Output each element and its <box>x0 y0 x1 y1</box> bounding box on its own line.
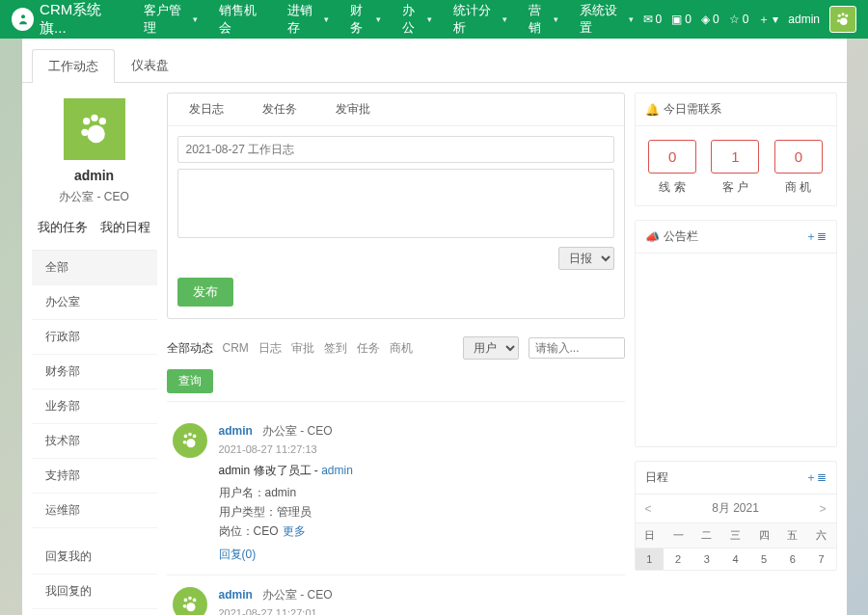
svg-point-12 <box>188 433 192 437</box>
cal-month: 8月 2021 <box>712 500 759 517</box>
compose-tab-approval[interactable]: 发审批 <box>336 101 370 118</box>
publish-button[interactable]: 发布 <box>177 278 233 307</box>
feed-avatar <box>173 423 207 458</box>
add-button[interactable]: ＋▾ <box>758 12 778 28</box>
compose-panel: 发日志 发任务 发审批 日报 发布 <box>167 93 625 319</box>
cal-prev[interactable]: < <box>645 502 652 516</box>
sidebar-item-admin[interactable]: 行政部 <box>32 320 157 355</box>
feed-meta: 用户类型：管理员 <box>219 504 619 521</box>
feed-item: admin办公室 - CEO 2021-08-27 11:27:01 admin… <box>167 575 625 615</box>
compose-title-input[interactable] <box>177 136 614 163</box>
diamond-indicator[interactable]: ◈0 <box>701 13 719 26</box>
schedule-panel: 日程 ＋≣ < 8月 2021 > 日一二三四五六 1234567 <box>635 461 837 571</box>
avatar-large <box>64 98 125 160</box>
svg-point-8 <box>98 118 105 124</box>
feed-user-link[interactable]: admin <box>219 588 253 602</box>
filter-log[interactable]: 日志 <box>258 340 282 357</box>
avatar-small[interactable] <box>829 6 856 33</box>
cal-day[interactable]: 1 <box>636 548 665 571</box>
star-indicator[interactable]: ☆0 <box>729 13 749 26</box>
dept-list: 全部 办公室 行政部 财务部 业务部 技术部 支持部 运维部 回复我的 我回复的 <box>32 250 157 609</box>
filter-task[interactable]: 任务 <box>357 340 380 357</box>
sidebar-item-all[interactable]: 全部 <box>32 251 157 285</box>
cal-next[interactable]: > <box>819 502 826 516</box>
my-tasks-link[interactable]: 我的任务 <box>38 219 88 236</box>
feed-user-role: 办公室 - CEO <box>262 424 333 438</box>
star-icon: ☆ <box>729 13 740 26</box>
query-button[interactable]: 查询 <box>167 369 213 393</box>
feed-list: admin办公室 - CEO 2021-08-27 11:27:13 admin… <box>167 412 625 615</box>
bulletin-actions[interactable]: ＋≣ <box>805 228 827 245</box>
sidebar-item-support[interactable]: 支持部 <box>32 459 157 494</box>
feed-user-role: 办公室 - CEO <box>262 588 333 602</box>
top-nav: CRM系统旗... 客户管理▾ 销售机会 进销存▾ 财务▾ 办公▾ 统计分析▾ … <box>0 0 868 39</box>
tab-dashboard[interactable]: 仪表盘 <box>115 48 185 82</box>
more-link[interactable]: 更多 <box>283 524 306 538</box>
my-schedule-link[interactable]: 我的日程 <box>100 219 150 236</box>
sidebar-item-my-reply[interactable]: 我回复的 <box>32 575 157 609</box>
cal-day[interactable]: 4 <box>721 548 750 571</box>
nav-settings[interactable]: 系统设置▾ <box>570 0 643 46</box>
brand-wrap[interactable]: CRM系统旗... <box>12 1 124 38</box>
filter-opp[interactable]: 商机 <box>390 340 413 357</box>
svg-point-5 <box>840 18 848 26</box>
filter-checkin[interactable]: 签到 <box>324 340 347 357</box>
chevron-down-icon: ▾ <box>324 14 329 24</box>
chat-indicator[interactable]: ▣0 <box>671 13 692 26</box>
nav-inventory[interactable]: 进销存▾ <box>278 0 339 46</box>
svg-point-16 <box>183 599 187 602</box>
feed-user-link[interactable]: admin <box>219 424 253 438</box>
svg-point-17 <box>188 597 192 601</box>
nav-marketing[interactable]: 营销▾ <box>519 0 568 46</box>
feed-timestamp: 2021-08-27 11:27:01 <box>219 607 619 615</box>
nav-office[interactable]: 办公▾ <box>393 0 442 46</box>
cal-dow: 四 <box>749 523 778 548</box>
cal-day[interactable]: 7 <box>807 548 836 571</box>
sidebar-item-tech[interactable]: 技术部 <box>32 424 157 459</box>
svg-point-13 <box>192 435 196 439</box>
profile-name: admin <box>32 168 157 183</box>
nav-stats[interactable]: 统计分析▾ <box>444 0 517 46</box>
compose-body-input[interactable] <box>177 169 614 238</box>
compose-tab-task[interactable]: 发任务 <box>262 101 297 118</box>
profile-role: 办公室 - CEO <box>32 189 157 205</box>
mail-indicator[interactable]: ✉0 <box>643 13 663 26</box>
nav-sales[interactable]: 销售机会 <box>209 0 276 46</box>
cal-day[interactable]: 5 <box>749 548 778 571</box>
contact-customers[interactable]: 1 客 户 <box>711 140 759 196</box>
reply-link[interactable]: 回复(0) <box>219 547 257 563</box>
feed-target-link[interactable]: admin <box>321 464 353 477</box>
sidebar-item-office[interactable]: 办公室 <box>32 285 157 320</box>
contact-leads[interactable]: 0 线 索 <box>648 140 696 196</box>
user-select[interactable]: 用户 <box>463 336 519 360</box>
cal-day[interactable]: 2 <box>664 548 692 571</box>
schedule-actions[interactable]: ＋≣ <box>805 469 827 486</box>
cal-day[interactable]: 3 <box>692 548 721 571</box>
megaphone-icon: 📣 <box>645 230 660 244</box>
brand-text: CRM系统旗... <box>40 1 124 38</box>
report-type-select[interactable]: 日报 <box>558 247 614 270</box>
filter-crm[interactable]: CRM <box>223 341 249 355</box>
sidebar-item-reply-me[interactable]: 回复我的 <box>32 540 157 575</box>
filter-all[interactable]: 全部动态 <box>167 340 213 357</box>
panel-title: 今日需联系 <box>664 101 721 118</box>
nav-finance[interactable]: 财务▾ <box>340 0 390 46</box>
tab-activity[interactable]: 工作动态 <box>32 49 115 83</box>
chevron-down-icon: ▾ <box>773 13 778 26</box>
today-contact-panel: 🔔今日需联系 0 线 索 1 客 户 0 商 机 <box>635 93 837 206</box>
cal-day[interactable]: 6 <box>778 548 807 571</box>
feed-timestamp: 2021-08-27 11:27:13 <box>219 443 619 455</box>
filter-approval[interactable]: 审批 <box>291 340 314 357</box>
search-input[interactable] <box>529 337 625 359</box>
user-menu[interactable]: admin <box>788 13 820 26</box>
contact-opps[interactable]: 0 商 机 <box>774 140 823 196</box>
sidebar-item-ops[interactable]: 运维部 <box>32 494 157 528</box>
compose-tab-log[interactable]: 发日志 <box>189 101 224 118</box>
sidebar-item-finance[interactable]: 财务部 <box>32 355 157 389</box>
cal-dow: 二 <box>692 523 721 548</box>
diamond-icon: ◈ <box>701 13 710 26</box>
svg-point-20 <box>186 602 195 611</box>
nav-customers[interactable]: 客户管理▾ <box>134 0 207 46</box>
chat-icon: ▣ <box>671 13 682 26</box>
sidebar-item-biz[interactable]: 业务部 <box>32 389 157 424</box>
